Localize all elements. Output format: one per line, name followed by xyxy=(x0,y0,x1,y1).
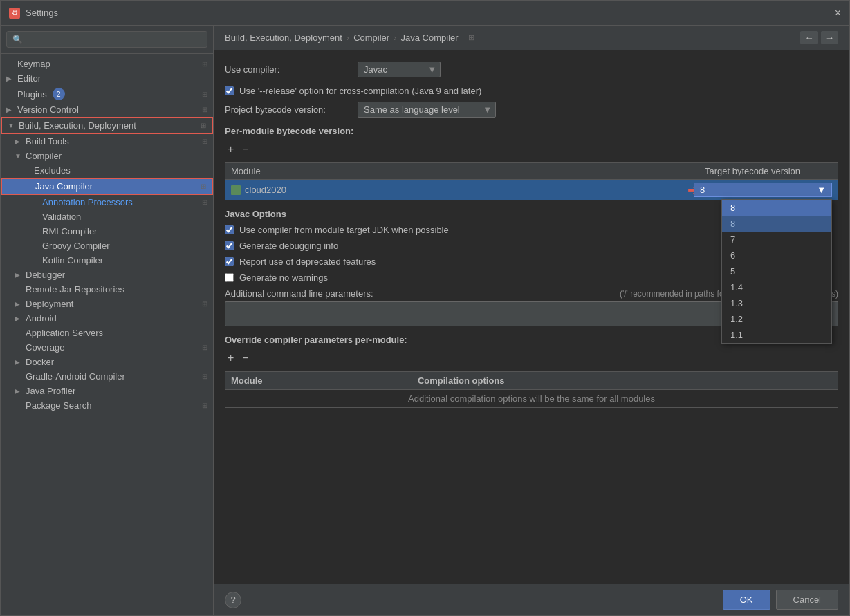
sidebar-item-label: Build Tools xyxy=(26,136,69,147)
sidebar-item-editor[interactable]: ▶ Editor xyxy=(1,71,213,86)
module-icon xyxy=(231,185,241,195)
version-option-13[interactable]: 1.3 xyxy=(722,295,831,311)
sidebar-item-label: Java Profiler xyxy=(26,386,75,396)
version-cell: 8 ▼ 8 8 7 6 5 1.4 xyxy=(694,183,832,197)
sidebar-item-excludes[interactable]: Excludes xyxy=(1,163,213,178)
sidebar-item-debugger[interactable]: ▶ Debugger xyxy=(1,268,213,282)
pin-icon: ⊞ xyxy=(201,183,206,190)
search-input[interactable] xyxy=(6,31,207,48)
sidebar-item-label: Excludes xyxy=(34,165,71,176)
sidebar-item-remote-jar-repos[interactable]: Remote Jar Repositories xyxy=(1,282,213,297)
sidebar-item-build-tools[interactable]: ▶ Build Tools ⊞ xyxy=(1,134,213,149)
sidebar-item-label: RMI Compiler xyxy=(42,226,97,236)
sidebar-item-groovy-compiler[interactable]: Groovy Compiler xyxy=(1,239,213,253)
sidebar-item-label: Docker xyxy=(26,357,54,367)
sidebar-item-java-profiler[interactable]: ▶ Java Profiler xyxy=(1,384,213,398)
pin-icon: ⊞ xyxy=(202,402,207,409)
version-option-14[interactable]: 1.4 xyxy=(722,279,831,295)
module-header: Module xyxy=(225,163,699,179)
version-option-8b[interactable]: 8 xyxy=(722,216,831,232)
compiler-dropdown[interactable]: Javac Eclipse Ajc xyxy=(358,62,441,77)
sidebar-item-deployment[interactable]: ▶ Deployment ⊞ xyxy=(1,297,213,311)
sidebar-item-label: Coverage xyxy=(26,342,64,353)
sidebar-item-annotation-processors[interactable]: Annotation Processors ⊞ xyxy=(1,195,213,209)
help-button[interactable]: ? xyxy=(225,592,241,608)
override-add-button[interactable]: + xyxy=(225,351,237,366)
sidebar-item-gradle-android-compiler[interactable]: Gradle-Android Compiler ⊞ xyxy=(1,369,213,384)
version-option-11[interactable]: 1.1 xyxy=(722,327,831,343)
per-module-label: Per-module bytecode version: xyxy=(225,126,838,136)
sidebar-item-java-compiler[interactable]: Java Compiler ⊞ xyxy=(1,178,213,195)
version-option-5[interactable]: 5 xyxy=(722,263,831,279)
breadcrumb: Build, Execution, Deployment › Compiler … xyxy=(225,32,474,43)
cmd-params-label: Additional command line parameters: xyxy=(225,288,373,299)
main-panel: Build, Execution, Deployment › Compiler … xyxy=(214,26,849,615)
override-remove-button[interactable]: − xyxy=(239,351,251,366)
debug-info-checkbox[interactable] xyxy=(225,241,234,250)
release-checkbox[interactable] xyxy=(225,86,234,95)
per-module-section: Per-module bytecode version: + − Module … xyxy=(225,126,838,200)
version-option-12[interactable]: 1.2 xyxy=(722,311,831,327)
remove-module-button[interactable]: − xyxy=(239,142,251,157)
module-name: cloud2020 xyxy=(245,185,286,195)
sidebar-item-validation[interactable]: Validation xyxy=(1,209,213,224)
app-icon: ⚙ xyxy=(9,8,20,19)
version-dropdown-arrow-icon: ▼ xyxy=(817,185,826,195)
sidebar-item-label: Android xyxy=(26,313,57,324)
sidebar-item-label: Java Compiler xyxy=(35,181,93,192)
expand-icon: ▶ xyxy=(15,138,23,145)
cancel-button[interactable]: Cancel xyxy=(776,590,838,610)
expand-icon: ▶ xyxy=(15,387,23,395)
main-content: Keymap ⊞ ▶ Editor Plugins 2 ⊞ ▶ xyxy=(1,26,849,615)
sidebar-item-package-search[interactable]: Package Search ⊞ xyxy=(1,398,213,413)
title-bar: ⚙ Settings × xyxy=(1,1,849,26)
bottom-bar: ? OK Cancel xyxy=(214,584,849,615)
sidebar-item-application-servers[interactable]: Application Servers xyxy=(1,326,213,340)
version-option-7[interactable]: 7 xyxy=(722,232,831,248)
expand-icon: ▼ xyxy=(15,152,23,160)
add-module-button[interactable]: + xyxy=(225,142,237,157)
sidebar-item-label: Gradle-Android Compiler xyxy=(26,371,125,382)
release-option-label: Use '--release' option for cross-compila… xyxy=(239,86,481,96)
version-option-8[interactable]: 8 xyxy=(722,200,831,216)
pin-icon: ⊞ xyxy=(202,106,207,113)
module-table: Module Target bytecode version cloud2020… xyxy=(225,162,838,200)
sidebar-item-version-control[interactable]: ▶ Version Control ⊞ xyxy=(1,102,213,117)
close-button[interactable]: × xyxy=(835,7,841,19)
breadcrumb-item-java-compiler: Java Compiler xyxy=(401,32,459,43)
per-module-toolbar: + − xyxy=(225,142,838,157)
search-box xyxy=(1,26,213,54)
expand-icon: ▶ xyxy=(6,106,15,113)
sidebar-item-label: Plugins xyxy=(17,89,47,100)
module-target-checkbox[interactable] xyxy=(225,225,234,234)
deprecated-checkbox[interactable] xyxy=(225,257,234,266)
version-popup: 8 8 7 6 5 1.4 1.3 1.2 1.1 xyxy=(721,199,832,344)
sidebar-item-docker[interactable]: ▶ Docker xyxy=(1,355,213,369)
sidebar-item-label: Debugger xyxy=(26,270,65,280)
title-bar-left: ⚙ Settings xyxy=(9,8,58,19)
sidebar-item-android[interactable]: ▶ Android xyxy=(1,311,213,326)
version-option-6[interactable]: 6 xyxy=(722,248,831,263)
override-hint-cell: Additional compilation options will be t… xyxy=(225,390,838,408)
sidebar-item-plugins[interactable]: Plugins 2 ⊞ xyxy=(1,86,213,102)
sidebar-item-kotlin-compiler[interactable]: Kotlin Compiler xyxy=(1,253,213,268)
bytecode-version-header: Target bytecode version xyxy=(699,163,838,179)
sidebar-item-label: Keymap xyxy=(17,59,50,69)
sidebar: Keymap ⊞ ▶ Editor Plugins 2 ⊞ ▶ xyxy=(1,26,214,615)
sidebar-item-build-exec-deploy[interactable]: ▼ Build, Execution, Deployment ⊞ xyxy=(1,117,213,134)
bytecode-version-dropdown[interactable]: Same as language level 8 7 xyxy=(358,102,496,118)
sidebar-tree: Keymap ⊞ ▶ Editor Plugins 2 ⊞ ▶ xyxy=(1,54,213,615)
sidebar-item-label: Annotation Processors xyxy=(42,197,133,207)
nav-forward-button[interactable]: → xyxy=(821,31,838,44)
breadcrumb-item-compiler: Compiler xyxy=(353,32,389,43)
sidebar-item-keymap[interactable]: Keymap ⊞ xyxy=(1,57,213,71)
no-warnings-checkbox[interactable] xyxy=(225,273,234,282)
version-display[interactable]: 8 ▼ xyxy=(694,183,832,197)
ok-button[interactable]: OK xyxy=(723,590,770,610)
nav-back-button[interactable]: ← xyxy=(800,31,817,44)
sidebar-item-coverage[interactable]: Coverage ⊞ xyxy=(1,340,213,355)
sidebar-item-compiler[interactable]: ▼ Compiler xyxy=(1,149,213,163)
sidebar-item-rmi-compiler[interactable]: RMI Compiler xyxy=(1,224,213,239)
deprecated-label: Report use of deprecated features xyxy=(239,256,376,267)
sidebar-item-label: Groovy Compiler xyxy=(42,241,110,251)
